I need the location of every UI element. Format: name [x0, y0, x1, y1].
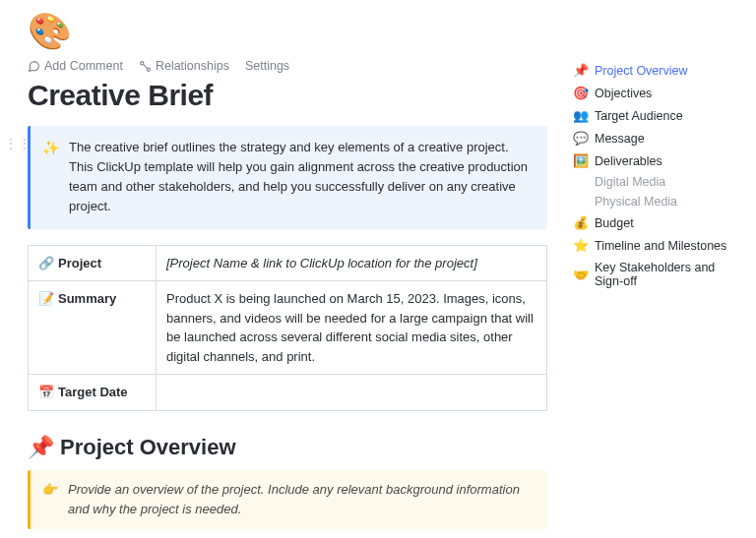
pointing-hand-icon: 👉 — [42, 480, 58, 519]
pushpin-icon: 📌 — [28, 435, 54, 460]
table-row: 📝Summary Product X is being launched on … — [29, 281, 547, 375]
toc-label: Message — [595, 132, 645, 146]
settings-button[interactable]: Settings — [245, 59, 289, 73]
relationships-button[interactable]: Relationships — [139, 59, 229, 73]
cover-emoji[interactable]: 🎨 — [28, 14, 547, 49]
drag-handle-icon[interactable]: ⋮⋮ — [4, 136, 32, 151]
row-label: Summary — [58, 291, 116, 306]
toc-label: Key Stakeholders and Sign-off — [595, 261, 740, 288]
row-value[interactable] — [157, 375, 547, 411]
row-value[interactable]: Product X is being launched on March 15,… — [157, 281, 547, 375]
comment-icon — [28, 60, 40, 73]
toc-item-deliverables[interactable]: 🖼️ Deliverables — [569, 149, 744, 172]
toc-item-timeline[interactable]: ⭐ Timeline and Milestones — [569, 234, 744, 257]
row-header: 🔗Project — [29, 245, 157, 281]
svg-point-1 — [147, 68, 150, 71]
svg-point-0 — [141, 61, 144, 64]
calendar-icon: 📅 — [38, 385, 54, 399]
memo-icon: 📝 — [38, 291, 54, 306]
toc-item-message[interactable]: 💬 Message — [569, 127, 744, 149]
toc-item-stakeholders[interactable]: 🤝 Key Stakeholders and Sign-off — [569, 257, 744, 292]
info-table: 🔗Project [Project Name & link to ClickUp… — [28, 245, 547, 411]
toc-item-project-overview[interactable]: 📌 Project Overview — [569, 59, 744, 82]
page-title[interactable]: Creative Brief — [28, 79, 547, 112]
sparkles-icon: ✨ — [42, 138, 59, 217]
star-icon: ⭐ — [573, 238, 589, 253]
toc-label: Timeline and Milestones — [595, 239, 726, 253]
toc-sub-digital-media[interactable]: Digital Media — [569, 172, 744, 192]
handshake-icon: 🤝 — [573, 268, 589, 282]
toc-item-budget[interactable]: 💰 Budget — [569, 211, 744, 234]
toc-label: Deliverables — [595, 154, 662, 168]
table-row: 📅Target Date — [29, 375, 547, 411]
toc-label: Target Audience — [595, 109, 683, 123]
intro-callout-text: The creative brief outlines the strategy… — [69, 138, 532, 217]
toc-sub-physical-media[interactable]: Physical Media — [569, 192, 744, 211]
pushpin-icon: 📌 — [573, 63, 589, 78]
toc-label: Budget — [595, 216, 634, 230]
table-row: 🔗Project [Project Name & link to ClickUp… — [29, 245, 547, 281]
relationships-icon — [139, 60, 152, 73]
toolbar: Add Comment Relationships Settings — [28, 59, 547, 73]
target-icon: 🎯 — [573, 86, 589, 100]
toc-item-target-audience[interactable]: 👥 Target Audience — [569, 104, 744, 127]
content-area: 🎨 Add Comment Relationships Settings Cre… — [0, 0, 561, 538]
section-heading-text: Project Overview — [60, 435, 236, 460]
people-icon: 👥 — [573, 108, 589, 123]
row-header: 📅Target Date — [29, 375, 157, 411]
overview-hint-text: Provide an overview of the project. Incl… — [68, 480, 534, 519]
row-label: Target Date — [58, 385, 128, 399]
row-label: Project — [58, 256, 101, 270]
overview-hint-callout: 👉 Provide an overview of the project. In… — [28, 470, 547, 529]
info-table-body: 🔗Project [Project Name & link to ClickUp… — [29, 245, 547, 410]
toc-item-objectives[interactable]: 🎯 Objectives — [569, 82, 744, 104]
add-comment-button[interactable]: Add Comment — [28, 59, 123, 73]
add-comment-label: Add Comment — [44, 59, 123, 73]
toc-label: Objectives — [595, 87, 652, 100]
picture-icon: 🖼️ — [573, 153, 589, 168]
relationships-label: Relationships — [156, 59, 229, 73]
page-root: 🎨 Add Comment Relationships Settings Cre… — [0, 0, 756, 538]
money-icon: 💰 — [573, 215, 589, 230]
link-icon: 🔗 — [38, 256, 54, 270]
row-header: 📝Summary — [29, 281, 157, 375]
toc-sidebar: 📌 Project Overview 🎯 Objectives 👥 Target… — [561, 0, 756, 538]
toc-label: Project Overview — [595, 64, 687, 78]
settings-label: Settings — [245, 59, 289, 73]
speech-icon: 💬 — [573, 131, 589, 146]
row-value[interactable]: [Project Name & link to ClickUp location… — [157, 245, 547, 281]
section-heading-overview[interactable]: 📌 Project Overview — [28, 435, 547, 460]
intro-callout: ✨ The creative brief outlines the strate… — [28, 126, 547, 229]
